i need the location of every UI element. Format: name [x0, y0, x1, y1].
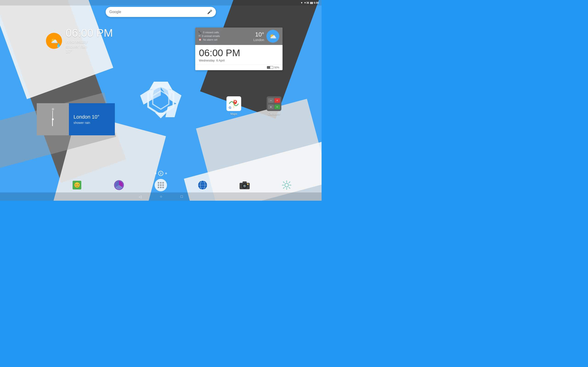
- email-icon: ✉: [199, 34, 200, 37]
- bottom-dock: 😊: [0, 179, 321, 192]
- calc-x: ×: [275, 98, 280, 103]
- svg-point-20: [160, 182, 162, 184]
- svg-point-39: [244, 185, 245, 186]
- svg-point-38: [243, 185, 246, 187]
- svg-text:😊: 😊: [74, 182, 80, 188]
- apps-grid-icon: [155, 179, 167, 191]
- weather-badge: ⛅: [267, 30, 279, 43]
- page-dot-3[interactable]: [165, 173, 167, 174]
- svg-point-26: [160, 187, 162, 188]
- launcher-logo[interactable]: [138, 77, 184, 124]
- london-info: London 10° shower rain: [69, 103, 115, 135]
- svg-point-41: [285, 183, 288, 187]
- london-condition: shower rain: [73, 121, 110, 125]
- info-details: 📞 0 missed calls ✉ 0 unread emails ⏰ No …: [199, 31, 251, 42]
- status-bar: ▼ ▼36 ▮▮ 6:00: [0, 0, 321, 6]
- battery-bar: [267, 66, 273, 69]
- back-button[interactable]: ◁: [139, 194, 141, 199]
- calc-plus: +: [268, 105, 274, 109]
- missed-calls-text: 0 missed calls: [203, 31, 219, 34]
- gear-icon: [280, 179, 293, 192]
- clock-widget: ⛅ 💧 06:00 PM Wednesday shower rain 10°: [46, 27, 113, 54]
- browser-app[interactable]: [196, 179, 209, 192]
- alarm-text: No alarm set: [203, 38, 217, 41]
- calculator-app[interactable]: − × + = Calculator: [267, 96, 281, 116]
- svg-point-23: [160, 184, 162, 186]
- calc-minus: −: [268, 98, 274, 103]
- phone-small-icon: 📞: [199, 31, 202, 34]
- wifi-icon: ▼: [300, 1, 303, 4]
- clock-center: [52, 118, 54, 120]
- svg-point-24: [162, 184, 164, 186]
- camera-app[interactable]: [238, 179, 251, 192]
- sms-app[interactable]: 😊: [70, 179, 83, 192]
- recents-button[interactable]: □: [181, 194, 183, 199]
- svg-point-19: [157, 182, 159, 184]
- svg-line-47: [289, 187, 290, 189]
- nav-bar: ◁ ○ □: [0, 192, 321, 201]
- clock-temp: 10°: [66, 49, 113, 54]
- london-city-temp: London 10°: [73, 114, 110, 120]
- svg-point-22: [157, 184, 159, 186]
- alarm-icon: ⏰: [199, 38, 202, 41]
- svg-point-21: [162, 182, 164, 184]
- svg-marker-9: [155, 113, 166, 118]
- svg-point-13: [234, 101, 236, 102]
- info-widget-top: 📞 0 missed calls ✉ 0 unread emails ⏰ No …: [195, 27, 283, 45]
- unread-emails-text: 0 unread emails: [202, 35, 220, 37]
- info-footer: 50%: [195, 65, 283, 70]
- info-city: London: [253, 38, 264, 42]
- apps-drawer[interactable]: [155, 179, 167, 191]
- mic-icon[interactable]: 🎤: [207, 9, 212, 15]
- clock-app[interactable]: [112, 179, 125, 192]
- emails-row: ✉ 0 unread emails: [199, 34, 251, 37]
- calculator-label: Calculator: [268, 112, 280, 116]
- search-text: Google: [109, 10, 207, 14]
- minute-hand: [52, 110, 53, 119]
- page-indicators: 2: [155, 171, 167, 176]
- svg-point-40: [247, 184, 249, 185]
- weather-icon: ⛅ 💧: [46, 33, 62, 49]
- svg-rect-35: [242, 181, 247, 184]
- info-clock: 06:00 PM Wednesday 6 April: [195, 45, 283, 65]
- battery-icon: ▮▮: [310, 1, 313, 4]
- analog-clock-box: [37, 103, 69, 135]
- signal-strength: ▼36: [304, 1, 309, 4]
- calc-equals: =: [275, 105, 280, 109]
- info-widget: 📞 0 missed calls ✉ 0 unread emails ⏰ No …: [195, 27, 283, 70]
- phone-icon: [28, 179, 41, 192]
- clock-day: Wednesday: [66, 40, 113, 44]
- london-widget: London 10° shower rain: [37, 103, 115, 135]
- info-temp: 10°: [253, 31, 264, 38]
- search-bar[interactable]: Google 🎤: [106, 7, 216, 17]
- home-button[interactable]: ○: [160, 194, 162, 199]
- clock-info: 06:00 PM Wednesday shower rain 10°: [66, 27, 113, 54]
- maps-label: Maps: [230, 112, 237, 116]
- maps-icon: G: [226, 96, 241, 111]
- camera-icon: [238, 179, 251, 192]
- svg-line-46: [284, 182, 285, 183]
- status-time: 6:00: [314, 1, 319, 4]
- analog-clock: [41, 108, 64, 131]
- info-weather: 10° London: [251, 31, 264, 42]
- clock-condition: shower rain: [66, 44, 113, 49]
- svg-point-25: [157, 187, 159, 188]
- missed-calls-row: 📞 0 missed calls: [199, 31, 251, 34]
- clock-time: 06:00 PM: [66, 27, 113, 39]
- globe-icon: [196, 179, 209, 192]
- clock-icon: [112, 179, 125, 192]
- svg-line-48: [289, 182, 290, 183]
- svg-point-27: [162, 187, 164, 188]
- settings-app[interactable]: [280, 179, 293, 192]
- phone-app[interactable]: [28, 179, 41, 192]
- battery-percent: 50%: [274, 66, 279, 69]
- svg-text:G: G: [229, 106, 231, 109]
- sms-icon: 😊: [70, 179, 83, 192]
- hour-hand: [52, 119, 53, 126]
- page-dot-2-active[interactable]: 2: [158, 171, 163, 176]
- maps-app[interactable]: G Maps: [226, 96, 241, 116]
- calculator-icon: − × + =: [267, 96, 281, 111]
- svg-line-49: [284, 187, 285, 189]
- info-clock-time: 06:00 PM: [199, 48, 279, 58]
- page-dot-1[interactable]: [155, 173, 156, 174]
